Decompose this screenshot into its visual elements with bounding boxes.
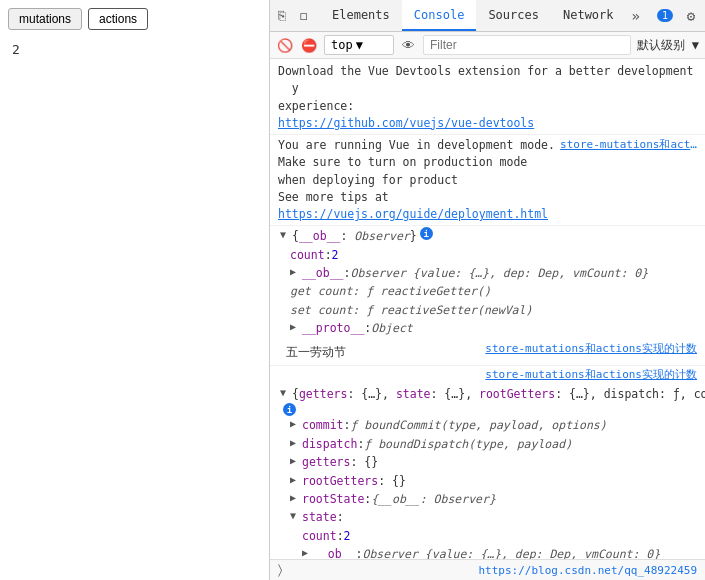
inspect-icon[interactable]: ⎘ [274,8,290,24]
left-panel: mutations actions 2 [0,0,270,580]
obj1-proto-key: __proto__ [302,319,364,337]
obj2-getters-key: getters [302,453,350,471]
devtools-panel: ⎘ ◻ Elements Console Sources Network » 1… [270,0,705,580]
obj1-count-val: 2 [332,246,339,264]
obj2-rootstate: ▶ rootState: {__ob__: Observer} [278,490,697,508]
devtools-url[interactable]: https://github.com/vuejs/vue-devtools [278,116,534,130]
msg-source-1: store-mutations和actions实现的计数 [560,137,697,154]
tab-sources[interactable]: Sources [476,0,551,31]
obj1-get-label: get count: ƒ reactiveGetter() [290,282,491,300]
obj2-getters-toggle[interactable]: ▶ [290,453,302,469]
console-output: Download the Vue Devtools extension for … [270,59,705,559]
device-icon[interactable]: ◻ [296,8,312,24]
obj2-state-header: ▼ state: [278,508,697,526]
obj2-rootgetters: ▶ rootGetters: {} [278,472,697,490]
chinese-row: 五一劳动节 store-mutations和actions实现的计数 [278,341,697,363]
deployment-link[interactable]: https://vuejs.org/guide/deployment.html [278,207,548,221]
actions-tab[interactable]: actions [88,8,148,30]
nav-right: 1 ⚙ [657,6,701,26]
devtools-tabs: Elements Console Sources Network » [320,0,646,31]
console-bottom-bar: 〉 https://blog.csdn.net/qq_48922459 [270,559,705,580]
obj2-state-count-key: count [302,527,337,545]
obj2-commit-key: commit [302,416,344,434]
obj2-getters: ▶ getters: {} [278,453,697,471]
more-tabs[interactable]: » [626,0,646,31]
obj2-dispatch-key: dispatch [302,435,357,453]
info-badge-1: i [420,227,433,240]
obj2-commit: ▶ commit: ƒ boundCommit(type, payload, o… [278,416,697,434]
obj2-state-ob-toggle[interactable]: ▶ [302,545,314,559]
obj1-proto-val: Object [371,319,413,337]
obj1-header-text: {__ob__: Observer} [292,227,417,245]
source-2-text: store-mutations和actions实现的计数 [485,367,697,384]
devmode-text: You are running Vue in development mode.… [278,137,560,223]
obj2-rootgetters-key: rootGetters [302,472,378,490]
obj2-dispatch-toggle[interactable]: ▶ [290,435,302,451]
mutations-tab[interactable]: mutations [8,8,82,30]
console-msg-chinese: 五一劳动节 store-mutations和actions实现的计数 [270,339,705,366]
obj2-header-row: ▼ {getters: {…}, state: {…}, rootGetters… [278,385,697,403]
obj2-state-ob-key: __ob__ [314,545,356,559]
obj2-state-toggle[interactable]: ▼ [290,508,302,524]
tab-console[interactable]: Console [402,0,477,31]
console-badge: 1 [657,9,673,22]
obj1-count: count: 2 [278,246,697,264]
obj1-ob-toggle[interactable]: ▶ [290,264,302,280]
nav-icons: ⎘ ◻ [274,8,320,24]
obj2-rootstate-key: rootState [302,490,364,508]
msg-row-1: Download the Vue Devtools extension for … [278,63,697,115]
msg-content-devmode: You are running Vue in development mode.… [278,137,697,223]
obj2-state-count: count: 2 [278,527,697,545]
chinese-text: 五一劳动节 [278,341,354,363]
obj2-toggle[interactable]: ▼ [280,385,292,401]
bottom-link[interactable]: https://blog.csdn.net/qq_48922459 [478,564,697,577]
chinese-source: store-mutations和actions实现的计数 [485,341,697,358]
obj2-commit-toggle[interactable]: ▶ [290,416,302,432]
devtools-nav: ⎘ ◻ Elements Console Sources Network » 1… [270,0,705,32]
obj1-ob-key: __ob__ [302,264,344,282]
obj1-count-key: count [290,246,325,264]
obj1-ob: ▶ __ob__: Observer {value: {…}, dep: Dep… [278,264,697,282]
tab-elements[interactable]: Elements [320,0,402,31]
devtools-link[interactable]: https://github.com/vuejs/vue-devtools [278,115,697,132]
obj2-commit-val: ƒ boundCommit(type, payload, options) [350,416,606,434]
tab-network[interactable]: Network [551,0,626,31]
obj1-proto: ▶ __proto__: Object [278,319,697,337]
clear-console-icon[interactable]: 🚫 [276,36,294,54]
eye-icon[interactable]: 👁 [400,36,417,55]
no-entry-icon[interactable]: ⛔ [300,36,318,54]
dropdown-arrow: ▼ [356,38,363,52]
obj2-rootgetters-toggle[interactable]: ▶ [290,472,302,488]
console-msg-devtools: Download the Vue Devtools extension for … [270,61,705,135]
obj1-tree: ▼ {__ob__: Observer} i count: 2 ▶ __ob__… [270,226,705,338]
obj1-header-row: ▼ {__ob__: Observer} i [278,227,697,245]
console-msg-devmode: You are running Vue in development mode.… [270,135,705,226]
obj2-header-text: {getters: {…}, state: {…}, rootGetters: … [292,385,705,403]
tab-btn-group: mutations actions [8,8,261,30]
context-select[interactable]: top ▼ [324,35,394,55]
console-toolbar: 🚫 ⛔ top ▼ 👁 默认级别 ▼ [270,32,705,59]
source-line-2: store-mutations和actions实现的计数 [270,366,705,385]
msg-row-2: You are running Vue in development mode.… [278,137,697,223]
obj2-state-ob-val: Observer {value: {…}, dep: Dep, vmCount:… [362,545,660,559]
obj1-ob-val: Observer {value: {…}, dep: Dep, vmCount:… [350,264,648,282]
obj2-state-key: state [302,508,337,526]
msg-content-devtools: Download the Vue Devtools extension for … [278,63,697,132]
obj2-rootstate-val: {__ob__: Observer} [371,490,496,508]
obj2-dispatch: ▶ dispatch: ƒ boundDispatch(type, payloa… [278,435,697,453]
prompt-icon: 〉 [278,562,282,578]
log-level-select[interactable]: 默认级别 ▼ [637,37,699,54]
obj1-proto-toggle[interactable]: ▶ [290,319,302,335]
obj2-info-row: i [278,403,697,416]
obj1-set-count: set count: ƒ reactiveSetter(newVal) [278,301,697,319]
count-label: 2 [8,42,261,57]
obj2-state-ob: ▶ __ob__: Observer {value: {…}, dep: Dep… [278,545,697,559]
obj1-get-count: get count: ƒ reactiveGetter() [278,282,697,300]
info-badge-2: i [283,403,296,416]
filter-input[interactable] [423,35,631,55]
settings-icon[interactable]: ⚙ [681,6,701,26]
obj2-rootstate-toggle[interactable]: ▶ [290,490,302,506]
context-label: top [331,38,353,52]
obj1-toggle[interactable]: ▼ [280,227,292,243]
chinese-content: 五一劳动节 store-mutations和actions实现的计数 [278,341,697,363]
